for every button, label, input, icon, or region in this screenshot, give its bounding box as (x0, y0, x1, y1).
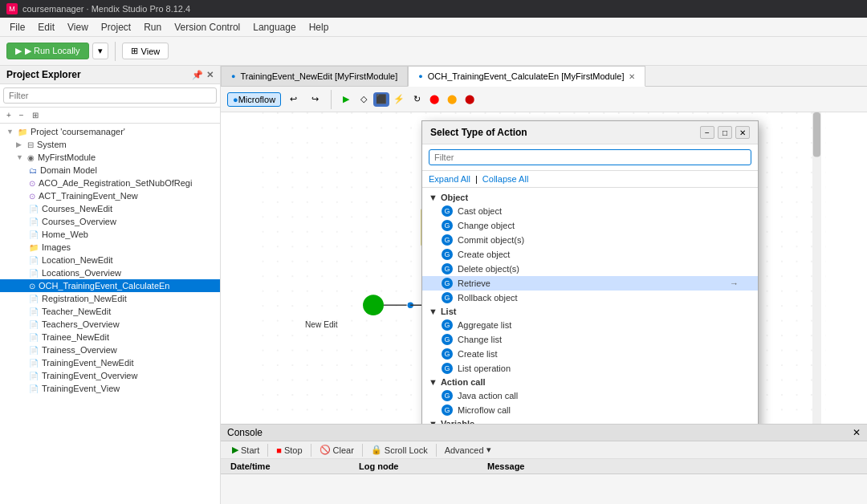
sidebar-remove-button[interactable]: − (16, 109, 27, 121)
action-retrieve[interactable]: G Retrieve → (422, 276, 758, 291)
sidebar-close-icon[interactable]: ✕ (206, 70, 214, 80)
tree-item-trainess-overview[interactable]: 📄 Trainess_Overview (0, 343, 220, 356)
expand-all-link[interactable]: Expand All (429, 174, 470, 184)
console-close-icon[interactable]: ✕ (853, 427, 861, 438)
menu-language[interactable]: Language (246, 20, 302, 35)
action-change-list[interactable]: G Change list (422, 332, 758, 347)
console-header: Console ✕ (221, 425, 867, 441)
tree-item-trainingevent-view[interactable]: 📄 TrainingEvent_View (0, 382, 220, 395)
run-dropdown[interactable]: ▾ (92, 43, 108, 59)
console-scroll-lock-button[interactable]: 🔒 Scroll Lock (366, 443, 433, 457)
flow-icon-diamond[interactable]: ◇ (356, 92, 372, 107)
tree-item-label: Registration_NewEdit (42, 294, 127, 303)
tree-item-domain-model[interactable]: 🗂 Domain Model (0, 164, 220, 177)
flow-icon-red[interactable]: ⬤ (426, 92, 442, 107)
project-explorer: Project Explorer 📌 ✕ + − ⊞ ▼ 📁 Project '… (0, 66, 221, 504)
menu-run[interactable]: Run (137, 20, 168, 35)
collapse-all-link[interactable]: Collapse All (482, 174, 528, 184)
tree-item-trainee-newedit[interactable]: 📄 Trainee_NewEdit (0, 331, 220, 343)
menu-version-control[interactable]: Version Control (168, 20, 246, 35)
tree-item-home-web[interactable]: 📄 Home_Web (0, 228, 220, 241)
category-object[interactable]: ▼ Object (422, 191, 758, 204)
tree-item-label: Location_NewEdit (42, 255, 113, 265)
flow-icon-loop[interactable]: ↻ (409, 92, 425, 107)
menu-edit[interactable]: Edit (31, 20, 61, 35)
console-stop-button[interactable]: ■ Stop (271, 444, 307, 457)
category-list[interactable]: ▼ List (422, 305, 758, 318)
project-label: Project 'coursemanager' (31, 127, 125, 136)
dialog-minimize-button[interactable]: − (700, 126, 714, 139)
flow-icon-activity[interactable]: ⬛ (373, 92, 389, 107)
category-label: Variable (441, 419, 474, 424)
canvas-tool-2[interactable]: ↪ (306, 91, 324, 107)
category-variable[interactable]: ▼ Variable (422, 417, 758, 424)
tree-item-trainingevent-overview[interactable]: 📄 TrainingEvent_Overview (0, 369, 220, 382)
tab-och-training-event[interactable]: ● OCH_TrainingEvent_CalculateEn [MyFirst… (408, 66, 645, 87)
menu-view[interactable]: View (61, 20, 95, 35)
tree-item-locations-overview[interactable]: 📄 Locations_Overview (0, 266, 220, 279)
tree-project-root[interactable]: ▼ 📁 Project 'coursemanager' (0, 125, 220, 138)
category-action-call[interactable]: ▼ Action call (422, 376, 758, 388)
microflow-icon: ● (233, 95, 238, 104)
svg-rect-19 (812, 112, 821, 424)
action-cast-object[interactable]: G Cast object (422, 204, 758, 218)
tree-item-label: OCH_TrainingEvent_CalculateEn (39, 281, 169, 291)
tree-item-courses-newedit[interactable]: 📄 Courses_NewEdit (0, 202, 220, 215)
view-button[interactable]: ⊞ View (122, 43, 169, 59)
console-start-button[interactable]: ▶ Start (227, 443, 264, 457)
tree-myfirstmodule[interactable]: ▼ ◉ MyFirstModule (0, 151, 220, 164)
tree-item-teachers-overview[interactable]: 📄 Teachers_Overview (0, 318, 220, 331)
action-microflow-call[interactable]: G Microflow call (422, 403, 758, 417)
tree-item-images[interactable]: 📁 Images (0, 241, 220, 254)
action-list-operation[interactable]: G List operation (422, 361, 758, 376)
action-icon: G (442, 249, 453, 260)
tree-item-teacher-newedit[interactable]: 📄 Teacher_NewEdit (0, 305, 220, 318)
dialog-maximize-button[interactable]: □ (718, 126, 732, 139)
category-expand-icon: ▼ (429, 377, 438, 387)
action-create-list[interactable]: G Create list (422, 347, 758, 361)
page-icon: 📄 (29, 372, 39, 380)
sidebar-properties-button[interactable]: ⊞ (29, 109, 42, 121)
action-java-call[interactable]: G Java action call (422, 388, 758, 403)
tree-item-trainingevent-newedit[interactable]: 📄 TrainingEvent_NewEdit (0, 356, 220, 369)
tree-item-location-newedit[interactable]: 📄 Location_NewEdit (0, 254, 220, 266)
sidebar-search-input[interactable] (3, 87, 217, 104)
dialog-filter-input[interactable] (429, 149, 751, 165)
flow-icon-split[interactable]: ⚡ (391, 92, 407, 107)
menu-bar: File Edit View Project Run Version Contr… (0, 18, 867, 37)
tree-system[interactable]: ▶ ⊟ System (0, 138, 220, 151)
action-change-object[interactable]: G Change object (422, 218, 758, 233)
tree-item-aco[interactable]: ⊙ ACO_Ade_Registration_SetNubOfRegi (0, 177, 220, 189)
tree-item-act-training[interactable]: ⊙ ACT_TrainingEvent_New (0, 189, 220, 202)
action-rollback-object[interactable]: G Rollback object (422, 291, 758, 305)
menu-file[interactable]: File (3, 20, 31, 35)
action-delete-object[interactable]: G Delete object(s) (422, 262, 758, 276)
tree-item-och[interactable]: ⊙ OCH_TrainingEvent_CalculateEn (0, 279, 220, 292)
flow-icon-start[interactable]: ▶ (338, 92, 354, 107)
tab-training-event-newedit[interactable]: ● TrainingEvent_NewEdit [MyFirstModule] (221, 66, 408, 86)
sidebar-add-button[interactable]: + (3, 109, 14, 121)
console-clear-button[interactable]: 🚫 Clear (315, 443, 359, 457)
dialog-close-button[interactable]: ✕ (735, 126, 750, 139)
menu-help[interactable]: Help (303, 20, 336, 35)
action-aggregate-list[interactable]: G Aggregate list (422, 318, 758, 332)
tree-item-registration[interactable]: 📄 Registration_NewEdit (0, 292, 220, 305)
action-create-object[interactable]: G Create object (422, 247, 758, 262)
canvas-tool-1[interactable]: ↩ (284, 91, 303, 107)
microflow-tab-button[interactable]: ● Microflow (227, 92, 281, 107)
tree-item-courses-overview[interactable]: 📄 Courses_Overview (0, 215, 220, 228)
microflow-canvas[interactable]: Activity TrainingEvent TrainingEvent New… (221, 112, 867, 424)
flow-icon-orange[interactable]: ⬤ (444, 92, 460, 107)
page-icon: 📄 (29, 205, 39, 213)
sidebar-pin-icon[interactable]: 📌 (192, 70, 203, 80)
tab-close-button[interactable]: ✕ (629, 72, 635, 81)
run-locally-button[interactable]: ▶ ▶ Run Locally (6, 43, 89, 59)
select-type-dialog: Select Type of Action − □ ✕ Expand All | (421, 120, 759, 424)
sidebar-title: Project Explorer (6, 69, 81, 80)
action-commit-object[interactable]: G Commit object(s) (422, 233, 758, 247)
console-advanced-button[interactable]: Advanced ▾ (440, 443, 496, 457)
flow-icon-end[interactable]: ⬤ (462, 92, 478, 107)
menu-project[interactable]: Project (95, 20, 137, 35)
dialog-title-text: Select Type of Action (430, 127, 527, 138)
clear-label: Clear (333, 445, 354, 455)
